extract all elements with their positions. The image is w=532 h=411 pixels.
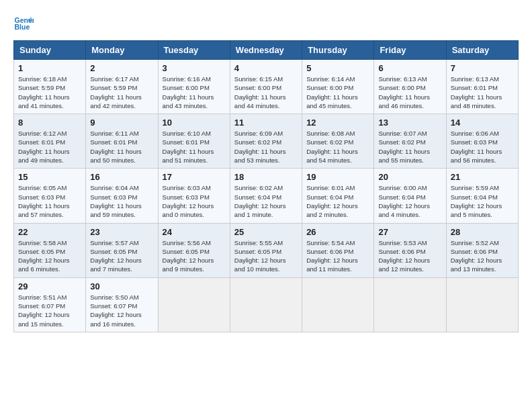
- calendar-cell: 9Sunrise: 6:11 AMSunset: 6:01 PMDaylight…: [86, 114, 158, 169]
- day-number: 14: [451, 118, 514, 128]
- calendar-body: 1Sunrise: 6:18 AMSunset: 5:59 PMDaylight…: [14, 60, 519, 332]
- calendar-cell: 5Sunrise: 6:14 AMSunset: 6:00 PMDaylight…: [302, 60, 374, 114]
- day-number: 27: [378, 227, 441, 237]
- calendar-week-row: 1Sunrise: 6:18 AMSunset: 5:59 PMDaylight…: [14, 60, 519, 114]
- day-info: Sunrise: 6:16 AMSunset: 6:00 PMDaylight:…: [163, 75, 226, 110]
- day-info: Sunrise: 5:58 AMSunset: 6:05 PMDaylight:…: [18, 238, 81, 274]
- day-number: 30: [90, 281, 153, 291]
- day-number: 26: [306, 227, 369, 237]
- day-info: Sunrise: 6:17 AMSunset: 5:59 PMDaylight:…: [90, 75, 153, 110]
- day-info: Sunrise: 5:51 AMSunset: 6:07 PMDaylight:…: [18, 293, 81, 328]
- weekday-header: Monday: [86, 41, 158, 60]
- day-number: 10: [163, 118, 226, 128]
- day-info: Sunrise: 6:10 AMSunset: 6:01 PMDaylight:…: [163, 129, 226, 165]
- day-info: Sunrise: 6:11 AMSunset: 6:01 PMDaylight:…: [90, 129, 153, 165]
- calendar-week-row: 8Sunrise: 6:12 AMSunset: 6:01 PMDaylight…: [14, 114, 519, 169]
- calendar-cell: 6Sunrise: 6:13 AMSunset: 6:00 PMDaylight…: [374, 60, 446, 114]
- day-number: 11: [234, 118, 298, 128]
- day-info: Sunrise: 6:13 AMSunset: 6:01 PMDaylight:…: [451, 75, 514, 110]
- calendar-cell: 30Sunrise: 5:50 AMSunset: 6:07 PMDayligh…: [86, 277, 158, 332]
- weekday-header: Friday: [374, 41, 446, 60]
- weekday-header: Thursday: [302, 41, 374, 60]
- day-number: 2: [90, 63, 153, 73]
- day-info: Sunrise: 5:57 AMSunset: 6:05 PMDaylight:…: [90, 238, 153, 274]
- weekday-header: Saturday: [446, 41, 518, 60]
- day-number: 15: [18, 172, 81, 182]
- day-number: 16: [90, 172, 153, 182]
- day-info: Sunrise: 6:02 AMSunset: 6:04 PMDaylight:…: [234, 183, 298, 219]
- calendar-cell: 11Sunrise: 6:09 AMSunset: 6:02 PMDayligh…: [230, 114, 302, 169]
- calendar-cell: [446, 277, 518, 332]
- calendar-cell: 10Sunrise: 6:10 AMSunset: 6:01 PMDayligh…: [158, 114, 230, 169]
- day-number: 12: [306, 118, 369, 128]
- svg-text:Blue: Blue: [15, 23, 30, 31]
- calendar-header-row: SundayMondayTuesdayWednesdayThursdayFrid…: [14, 41, 519, 60]
- day-info: Sunrise: 6:14 AMSunset: 6:00 PMDaylight:…: [306, 75, 369, 110]
- calendar-cell: 15Sunrise: 6:05 AMSunset: 6:03 PMDayligh…: [14, 169, 86, 223]
- calendar-cell: 22Sunrise: 5:58 AMSunset: 6:05 PMDayligh…: [14, 223, 86, 277]
- day-number: 1: [18, 63, 81, 73]
- day-number: 8: [18, 118, 81, 128]
- day-info: Sunrise: 5:50 AMSunset: 6:07 PMDaylight:…: [90, 293, 153, 328]
- day-number: 29: [18, 281, 81, 291]
- day-info: Sunrise: 5:55 AMSunset: 6:05 PMDaylight:…: [234, 238, 298, 274]
- calendar-cell: 28Sunrise: 5:52 AMSunset: 6:06 PMDayligh…: [446, 223, 518, 277]
- day-info: Sunrise: 5:52 AMSunset: 6:06 PMDaylight:…: [451, 238, 514, 274]
- calendar-table: SundayMondayTuesdayWednesdayThursdayFrid…: [13, 40, 519, 332]
- day-number: 17: [163, 172, 226, 182]
- day-info: Sunrise: 5:56 AMSunset: 6:05 PMDaylight:…: [163, 238, 226, 274]
- day-info: Sunrise: 5:53 AMSunset: 6:06 PMDaylight:…: [378, 238, 441, 274]
- calendar-cell: [230, 277, 302, 332]
- logo-icon: General Blue: [13, 13, 34, 34]
- day-info: Sunrise: 6:01 AMSunset: 6:04 PMDaylight:…: [306, 183, 369, 219]
- day-number: 6: [378, 63, 441, 73]
- day-info: Sunrise: 6:08 AMSunset: 6:02 PMDaylight:…: [306, 129, 369, 165]
- weekday-header: Wednesday: [230, 41, 302, 60]
- day-info: Sunrise: 6:07 AMSunset: 6:02 PMDaylight:…: [378, 129, 441, 165]
- calendar-cell: 14Sunrise: 6:06 AMSunset: 6:03 PMDayligh…: [446, 114, 518, 169]
- calendar-cell: 2Sunrise: 6:17 AMSunset: 5:59 PMDaylight…: [86, 60, 158, 114]
- calendar-cell: 3Sunrise: 6:16 AMSunset: 6:00 PMDaylight…: [158, 60, 230, 114]
- day-number: 21: [451, 172, 514, 182]
- calendar-cell: 4Sunrise: 6:15 AMSunset: 6:00 PMDaylight…: [230, 60, 302, 114]
- day-number: 7: [451, 63, 514, 73]
- calendar-cell: 23Sunrise: 5:57 AMSunset: 6:05 PMDayligh…: [86, 223, 158, 277]
- day-number: 19: [306, 172, 369, 182]
- logo: General Blue: [13, 13, 34, 34]
- calendar-cell: [302, 277, 374, 332]
- calendar-cell: 29Sunrise: 5:51 AMSunset: 6:07 PMDayligh…: [14, 277, 86, 332]
- calendar-cell: 26Sunrise: 5:54 AMSunset: 6:06 PMDayligh…: [302, 223, 374, 277]
- calendar-cell: 20Sunrise: 6:00 AMSunset: 6:04 PMDayligh…: [374, 169, 446, 223]
- day-info: Sunrise: 6:06 AMSunset: 6:03 PMDaylight:…: [451, 129, 514, 165]
- calendar-cell: 1Sunrise: 6:18 AMSunset: 5:59 PMDaylight…: [14, 60, 86, 114]
- calendar-cell: 18Sunrise: 6:02 AMSunset: 6:04 PMDayligh…: [230, 169, 302, 223]
- weekday-header: Tuesday: [158, 41, 230, 60]
- day-info: Sunrise: 5:59 AMSunset: 6:04 PMDaylight:…: [451, 183, 514, 219]
- day-number: 25: [234, 227, 298, 237]
- calendar-week-row: 15Sunrise: 6:05 AMSunset: 6:03 PMDayligh…: [14, 169, 519, 223]
- day-info: Sunrise: 6:13 AMSunset: 6:00 PMDaylight:…: [378, 75, 441, 110]
- day-info: Sunrise: 6:05 AMSunset: 6:03 PMDaylight:…: [18, 183, 81, 219]
- weekday-header: Sunday: [14, 41, 86, 60]
- calendar-cell: 21Sunrise: 5:59 AMSunset: 6:04 PMDayligh…: [446, 169, 518, 223]
- calendar-cell: 8Sunrise: 6:12 AMSunset: 6:01 PMDaylight…: [14, 114, 86, 169]
- calendar-cell: 13Sunrise: 6:07 AMSunset: 6:02 PMDayligh…: [374, 114, 446, 169]
- page-header: General Blue: [13, 13, 519, 34]
- day-info: Sunrise: 5:54 AMSunset: 6:06 PMDaylight:…: [306, 238, 369, 274]
- day-number: 4: [234, 63, 298, 73]
- day-number: 9: [90, 118, 153, 128]
- day-info: Sunrise: 6:09 AMSunset: 6:02 PMDaylight:…: [234, 129, 298, 165]
- day-number: 5: [306, 63, 369, 73]
- day-info: Sunrise: 6:00 AMSunset: 6:04 PMDaylight:…: [378, 183, 441, 219]
- calendar-week-row: 29Sunrise: 5:51 AMSunset: 6:07 PMDayligh…: [14, 277, 519, 332]
- day-number: 18: [234, 172, 298, 182]
- calendar-cell: 25Sunrise: 5:55 AMSunset: 6:05 PMDayligh…: [230, 223, 302, 277]
- calendar-cell: 27Sunrise: 5:53 AMSunset: 6:06 PMDayligh…: [374, 223, 446, 277]
- calendar-cell: 19Sunrise: 6:01 AMSunset: 6:04 PMDayligh…: [302, 169, 374, 223]
- day-info: Sunrise: 6:15 AMSunset: 6:00 PMDaylight:…: [234, 75, 298, 110]
- calendar-cell: [374, 277, 446, 332]
- calendar-cell: 7Sunrise: 6:13 AMSunset: 6:01 PMDaylight…: [446, 60, 518, 114]
- calendar-cell: 16Sunrise: 6:04 AMSunset: 6:03 PMDayligh…: [86, 169, 158, 223]
- day-number: 13: [378, 118, 441, 128]
- calendar-week-row: 22Sunrise: 5:58 AMSunset: 6:05 PMDayligh…: [14, 223, 519, 277]
